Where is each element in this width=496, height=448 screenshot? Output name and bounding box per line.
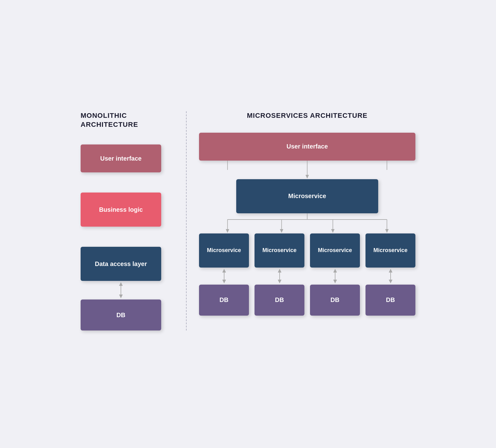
mono-double-arrow-svg (116, 281, 126, 299)
mono-user-interface-box: User interface (81, 144, 161, 172)
mono-double-arrow (81, 281, 161, 299)
mono-data-wrapper: Data access layer (81, 247, 161, 281)
mono-ui-wrapper: User interface (81, 144, 161, 172)
micro-top-ms-label: Microservice (288, 193, 326, 200)
mono-spacer-1 (81, 172, 161, 193)
svg-marker-20 (278, 269, 281, 273)
monolithic-title: MONOLITHIC ARCHITECTURE (81, 111, 167, 129)
micro-db2-box: DB (255, 285, 304, 316)
svg-marker-0 (119, 282, 123, 286)
main-columns: MONOLITHIC ARCHITECTURE User interface B… (81, 111, 415, 330)
ui-to-ms-arrows (199, 161, 415, 179)
ms-to-db-arrows (199, 268, 415, 285)
svg-marker-25 (333, 280, 337, 283)
svg-marker-14 (331, 229, 334, 233)
svg-marker-26 (389, 269, 392, 273)
ms-top-to-4-arrows (199, 213, 415, 233)
monolithic-items: User interface Business logic (81, 141, 167, 330)
mono-db-label: DB (117, 312, 126, 319)
micro-4-db-row: DB DB DB DB (199, 285, 415, 316)
micro-db4-label: DB (386, 296, 395, 304)
ui-to-ms-arrow-svg (199, 161, 415, 179)
ms-to-4-arrow-svg (199, 213, 415, 233)
micro-ms1-label: Microservice (207, 247, 241, 254)
svg-marker-17 (222, 269, 226, 273)
micro-ms3-box: Microservice (310, 233, 360, 268)
micro-user-interface-box: User interface (199, 133, 415, 161)
mono-ui-label: User interface (100, 155, 141, 162)
column-divider (186, 111, 187, 330)
mono-data-label: Data access layer (95, 260, 147, 268)
svg-marker-12 (280, 229, 283, 233)
arrow-col-1 (199, 268, 249, 285)
microservices-column: MICROSERVICES ARCHITECTURE User interfac… (193, 111, 415, 330)
mono-business-wrapper: Business logic (81, 193, 161, 227)
svg-marker-2 (119, 295, 123, 298)
micro-4-ms-row: Microservice Microservice Microservice M… (199, 233, 415, 268)
arrow-col-2 (255, 268, 304, 285)
micro-db1-box: DB (199, 285, 249, 316)
micro-ms3-label: Microservice (318, 247, 352, 254)
micro-ms2-box: Microservice (255, 233, 304, 268)
arrow-col-3 (310, 268, 360, 285)
micro-ms4-label: Microservice (373, 247, 407, 254)
micro-top-microservice-box: Microservice (236, 179, 378, 213)
micro-db4-box: DB (365, 285, 415, 316)
svg-marker-19 (222, 280, 226, 283)
micro-top-ms-wrapper: Microservice (199, 179, 415, 213)
mono-data-access-box: Data access layer (81, 247, 161, 281)
svg-marker-4 (305, 175, 309, 179)
monolithic-column: MONOLITHIC ARCHITECTURE User interface B… (81, 111, 180, 330)
svg-marker-16 (385, 229, 389, 233)
svg-marker-22 (278, 280, 281, 283)
microservices-title: MICROSERVICES ARCHITECTURE (199, 111, 415, 120)
micro-db2-label: DB (275, 296, 284, 304)
micro-ms4-box: Microservice (365, 233, 415, 268)
mono-db-wrapper: DB (81, 299, 161, 330)
mono-business-logic-box: Business logic (81, 193, 161, 227)
micro-ms1-box: Microservice (199, 233, 249, 268)
micro-db3-box: DB (310, 285, 360, 316)
svg-marker-10 (226, 229, 229, 233)
micro-ms2-label: Microservice (262, 247, 296, 254)
micro-db3-label: DB (330, 296, 339, 304)
micro-ui-label: User interface (286, 143, 328, 150)
arrow-col-4 (365, 268, 415, 285)
mono-spacer-2 (81, 227, 161, 247)
mono-db-box: DB (81, 299, 161, 330)
mono-business-label: Business logic (99, 206, 143, 213)
micro-db1-label: DB (219, 296, 228, 304)
diagram-container: MONOLITHIC ARCHITECTURE User interface B… (62, 93, 434, 355)
svg-marker-28 (389, 280, 392, 283)
svg-marker-23 (333, 269, 337, 273)
